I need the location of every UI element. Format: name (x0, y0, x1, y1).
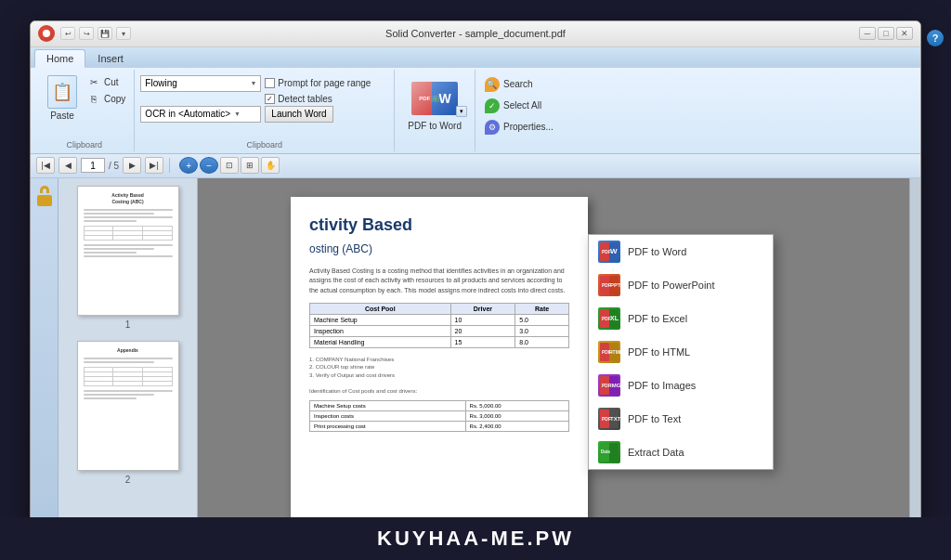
zoom-fit-button[interactable]: ⊡ (220, 157, 239, 174)
menu-icon-pdf-word: PDF W → (598, 241, 620, 263)
zoom-controls: + − ⊡ ⊞ ✋ (179, 157, 280, 174)
zoom-in-button[interactable]: + (179, 157, 198, 174)
menu-item-pdf-to-html[interactable]: PDF HTML PDF to HTML (589, 335, 773, 369)
svg-text:→: → (607, 248, 613, 254)
convert-options: Flowing ▼ Prompt for page range ✓ (140, 72, 371, 123)
doc-table-header-1: Cost Pool (310, 304, 451, 315)
doc-table-cell: Material Handling (310, 337, 451, 348)
pdf-word-group: PDF ⇒ W PDF to Word ▾ (395, 70, 476, 151)
menu-item-pdf-to-images[interactable]: PDF IMG PDF to Images (589, 369, 773, 402)
properties-button[interactable]: ⚙ Properties... (481, 118, 557, 137)
zoom-select-button[interactable]: ⊞ (241, 157, 259, 174)
title-bar-left: ↩ ↪ 💾 ▾ (38, 25, 131, 42)
doc-table-cell: 10 (450, 315, 515, 326)
toolbar-nav-last[interactable]: ▶| (145, 157, 163, 174)
cut-icon: ✂ (87, 76, 100, 89)
doc-table-cell: 15 (450, 337, 515, 348)
thumbnail-1[interactable]: Activity BasedCosting (ABC) (62, 186, 193, 330)
minimize-button[interactable]: ─ (859, 27, 876, 40)
maximize-button[interactable]: □ (878, 27, 894, 40)
thumbnail-2[interactable]: Appendix 2 (62, 341, 193, 485)
content-area: ctivity Based osting (ABC) Activity Base… (198, 178, 920, 540)
lock-body (37, 195, 52, 206)
menu-item-pdf-to-ppt[interactable]: PDF PPT PDF to PowerPoint (589, 268, 773, 302)
main-area: Activity BasedCosting (ABC) (31, 178, 920, 540)
launch-word-button[interactable]: Launch Word (265, 106, 332, 123)
copy-label: Copy (104, 94, 125, 104)
zoom-out-button[interactable]: − (200, 157, 218, 174)
doc-table-header-2: Driver (450, 304, 515, 315)
quick-dropdown[interactable]: ▾ (116, 27, 131, 40)
close-button[interactable]: ✕ (896, 27, 913, 40)
toolbar-nav-first[interactable]: |◀ (36, 157, 55, 174)
flowing-select[interactable]: Flowing ▼ (140, 75, 261, 92)
thumbnail-page-2: Appendix (77, 341, 179, 471)
menu-label-pdf-images: PDF to Images (628, 380, 696, 391)
toolbar-nav-prev[interactable]: ◀ (59, 157, 77, 174)
doc-title: ctivity Based (309, 215, 569, 235)
search-button[interactable]: 🔍 Search (481, 75, 557, 94)
app-window: ↩ ↪ 💾 ▾ Solid Converter - sample_documen… (30, 20, 921, 540)
menu-item-pdf-to-word[interactable]: PDF W → PDF to Word (589, 235, 773, 268)
doc-table: Cost Pool Driver Rate Machine Setup 10 5… (309, 303, 569, 348)
save-button[interactable]: 💾 (98, 27, 112, 40)
ribbon-tabs: Home Insert ? (31, 47, 920, 68)
copy-button[interactable]: ⎘ Copy (85, 92, 128, 107)
page-number-input[interactable] (81, 158, 105, 173)
select-all-button[interactable]: ✓ Select All (481, 97, 557, 115)
convert-label: Clipboard (247, 140, 283, 150)
pdf-to-word-button[interactable]: PDF ⇒ W PDF to Word ▾ (400, 73, 469, 134)
svg-text:PPT: PPT (610, 282, 620, 288)
paste-icon: 📋 (47, 75, 77, 109)
convert-row-1: Flowing ▼ Prompt for page range (140, 75, 371, 92)
doc-table-cell: 8.0 (515, 337, 569, 348)
ribbon-content: 📋 Paste ✂ Cut ⎘ Copy Clipboard (31, 68, 920, 154)
clipboard-group: 📋 Paste ✂ Cut ⎘ Copy Clipboard (34, 70, 135, 151)
menu-item-pdf-to-excel[interactable]: PDF XL PDF to Excel (589, 302, 773, 335)
paste-label: Paste (50, 111, 74, 121)
clipboard-small-buttons: ✂ Cut ⎘ Copy (85, 72, 128, 107)
left-panel (31, 178, 59, 540)
right-scrollbar[interactable] (909, 178, 920, 540)
zoom-hand-button[interactable]: ✋ (261, 157, 280, 174)
ocr-select[interactable]: OCR in <Automatic> ▼ (140, 106, 261, 123)
ribbon: Home Insert ? 📋 Paste ✂ Cut ⎘ (31, 47, 920, 154)
menu-icon-pdf-ppt: PDF PPT (598, 274, 620, 296)
menu-label-pdf-excel: PDF to Excel (628, 313, 687, 324)
menu-icon-extract: Data (598, 441, 620, 463)
menu-item-extract-data[interactable]: Data Extract Data (589, 436, 773, 469)
convert-row-2: ✓ Detect tables (140, 94, 371, 104)
cut-label: Cut (104, 77, 119, 87)
properties-label: Properties... (503, 122, 554, 132)
detect-tables-cb-box: ✓ (265, 94, 275, 104)
detect-tables-checkbox[interactable]: ✓ Detect tables (265, 94, 332, 104)
page-total: / 5 (109, 161, 119, 171)
flowing-label: Flowing (145, 78, 176, 88)
doc-table-header-3: Rate (515, 304, 569, 315)
convert-arrow-icon: ⇒ (430, 92, 439, 105)
lock-icon (35, 186, 54, 208)
prompt-page-range-checkbox[interactable]: Prompt for page range (265, 78, 371, 88)
cut-button[interactable]: ✂ Cut (85, 75, 128, 90)
window-title: Solid Converter - sample_document.pdf (385, 28, 566, 39)
toolbar-nav-next[interactable]: ▶ (123, 157, 141, 174)
dropdown-menu: PDF W → PDF to Word PDF PPT (588, 234, 774, 470)
menu-item-pdf-to-text[interactable]: PDF TXT PDF to Text (589, 402, 773, 436)
menu-label-extract: Extract Data (628, 447, 684, 458)
paste-button[interactable]: 📋 Paste (40, 72, 85, 124)
redo-button[interactable]: ↪ (79, 27, 94, 40)
doc-footer-table: Machine Setup costs Rs. 5,000.00 Inspect… (309, 400, 569, 432)
pdf-word-dropdown-arrow[interactable]: ▾ (456, 106, 467, 117)
doc-table-cell: 3.0 (515, 326, 569, 337)
tab-home[interactable]: Home (34, 49, 85, 68)
menu-icon-pdf-text: PDF TXT (598, 408, 620, 430)
convert-row-3: OCR in <Automatic> ▼ Launch Word (140, 106, 371, 123)
tab-insert[interactable]: Insert (85, 49, 136, 68)
undo-button[interactable]: ↩ (60, 27, 75, 40)
doc-table-cell: 5.0 (515, 315, 569, 326)
ocr-label: OCR in <Automatic> (145, 109, 230, 119)
prompt-page-range-label: Prompt for page range (278, 78, 371, 88)
menu-label-pdf-html: PDF to HTML (628, 346, 690, 358)
thumbnail-panel[interactable]: Activity BasedCosting (ABC) (59, 178, 198, 540)
flowing-arrow: ▼ (250, 80, 256, 86)
